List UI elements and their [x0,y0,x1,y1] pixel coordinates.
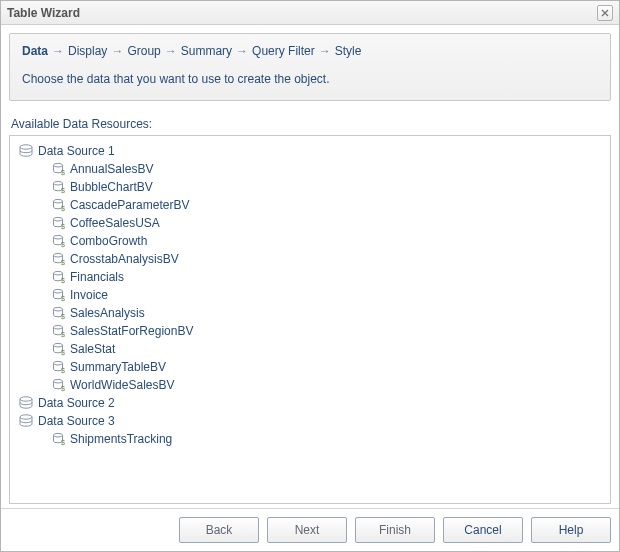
svg-text:$: $ [61,187,65,194]
svg-text:$: $ [61,169,65,176]
data-item-node[interactable]: $SummaryTableBV [14,358,606,376]
data-item-node[interactable]: $AnnualSalesBV [14,160,606,178]
data-item-node[interactable]: $CrosstabAnalysisBV [14,250,606,268]
data-source-label: Data Source 1 [34,144,115,158]
svg-text:$: $ [61,367,65,374]
breadcrumb-step: Group [127,44,160,58]
svg-point-25 [54,379,63,383]
data-item-label: Financials [66,270,124,284]
arrow-icon: → [111,44,123,58]
svg-point-17 [54,307,63,311]
close-icon [601,9,609,17]
next-button[interactable]: Next [267,517,347,543]
svg-point-15 [54,289,63,293]
data-item-node[interactable]: $SalesAnalysis [14,304,606,322]
svg-point-19 [54,325,63,329]
dataset-icon: $ [52,234,66,248]
data-item-label: SummaryTableBV [66,360,166,374]
breadcrumb: Data→Display→Group→Summary→Query Filter→… [22,44,598,58]
dataset-icon: $ [52,432,66,446]
dataset-icon: $ [52,360,66,374]
content-area: Data→Display→Group→Summary→Query Filter→… [1,25,619,508]
data-item-node[interactable]: $Invoice [14,286,606,304]
arrow-icon: → [165,44,177,58]
breadcrumb-step: Query Filter [252,44,315,58]
dataset-icon: $ [52,324,66,338]
svg-point-13 [54,271,63,275]
data-item-node[interactable]: $WorldWideSalesBV [14,376,606,394]
data-item-node[interactable]: $BubbleChartBV [14,178,606,196]
data-item-label: Invoice [66,288,108,302]
data-item-node[interactable]: $CascadeParameterBV [14,196,606,214]
svg-point-5 [54,199,63,203]
svg-point-7 [54,217,63,221]
svg-point-28 [20,415,32,419]
svg-point-23 [54,361,63,365]
data-item-label: SaleStat [66,342,115,356]
dataset-icon: $ [52,306,66,320]
arrow-icon: → [319,44,331,58]
data-source-node[interactable]: Data Source 3 [14,412,606,430]
wizard-window: Table Wizard Data→Display→Group→Summary→… [0,0,620,552]
svg-text:$: $ [61,259,65,266]
data-item-node[interactable]: $Financials [14,268,606,286]
breadcrumb-panel: Data→Display→Group→Summary→Query Filter→… [9,33,611,101]
dataset-icon: $ [52,270,66,284]
svg-point-0 [20,145,32,149]
database-icon [18,144,34,158]
svg-text:$: $ [61,241,65,248]
data-item-node[interactable]: $CoffeeSalesUSA [14,214,606,232]
data-item-label: SalesStatForRegionBV [66,324,193,338]
svg-point-11 [54,253,63,257]
close-button[interactable] [597,5,613,21]
data-source-label: Data Source 3 [34,414,115,428]
resources-tree[interactable]: Data Source 1$AnnualSalesBV$BubbleChartB… [9,135,611,504]
data-item-label: CoffeeSalesUSA [66,216,160,230]
data-item-node[interactable]: $ShipmentsTracking [14,430,606,448]
data-source-node[interactable]: Data Source 2 [14,394,606,412]
data-item-label: CrosstabAnalysisBV [66,252,179,266]
data-item-node[interactable]: $SaleStat [14,340,606,358]
button-row: Back Next Finish Cancel Help [1,508,619,551]
svg-text:$: $ [61,349,65,356]
data-source-label: Data Source 2 [34,396,115,410]
cancel-button[interactable]: Cancel [443,517,523,543]
data-item-label: ShipmentsTracking [66,432,172,446]
help-button[interactable]: Help [531,517,611,543]
breadcrumb-step: Summary [181,44,232,58]
data-item-label: AnnualSalesBV [66,162,153,176]
data-source-node[interactable]: Data Source 1 [14,142,606,160]
svg-text:$: $ [61,223,65,230]
svg-text:$: $ [61,277,65,284]
svg-point-9 [54,235,63,239]
dataset-icon: $ [52,198,66,212]
finish-button[interactable]: Finish [355,517,435,543]
available-resources-label: Available Data Resources: [11,117,611,131]
dataset-icon: $ [52,180,66,194]
database-icon [18,414,34,428]
svg-text:$: $ [61,295,65,302]
svg-text:$: $ [61,205,65,212]
window-title: Table Wizard [7,6,597,20]
data-item-node[interactable]: $SalesStatForRegionBV [14,322,606,340]
breadcrumb-step: Data [22,44,48,58]
back-button[interactable]: Back [179,517,259,543]
titlebar: Table Wizard [1,1,619,25]
svg-text:$: $ [61,331,65,338]
breadcrumb-step: Display [68,44,107,58]
svg-text:$: $ [61,439,65,446]
dataset-icon: $ [52,252,66,266]
data-item-node[interactable]: $ComboGrowth [14,232,606,250]
svg-point-21 [54,343,63,347]
dataset-icon: $ [52,288,66,302]
arrow-icon: → [52,44,64,58]
svg-text:$: $ [61,313,65,320]
dataset-icon: $ [52,378,66,392]
data-item-label: ComboGrowth [66,234,147,248]
data-item-label: CascadeParameterBV [66,198,189,212]
instruction-text: Choose the data that you want to use to … [22,72,598,86]
database-icon [18,396,34,410]
arrow-icon: → [236,44,248,58]
data-item-label: SalesAnalysis [66,306,145,320]
svg-text:$: $ [61,385,65,392]
